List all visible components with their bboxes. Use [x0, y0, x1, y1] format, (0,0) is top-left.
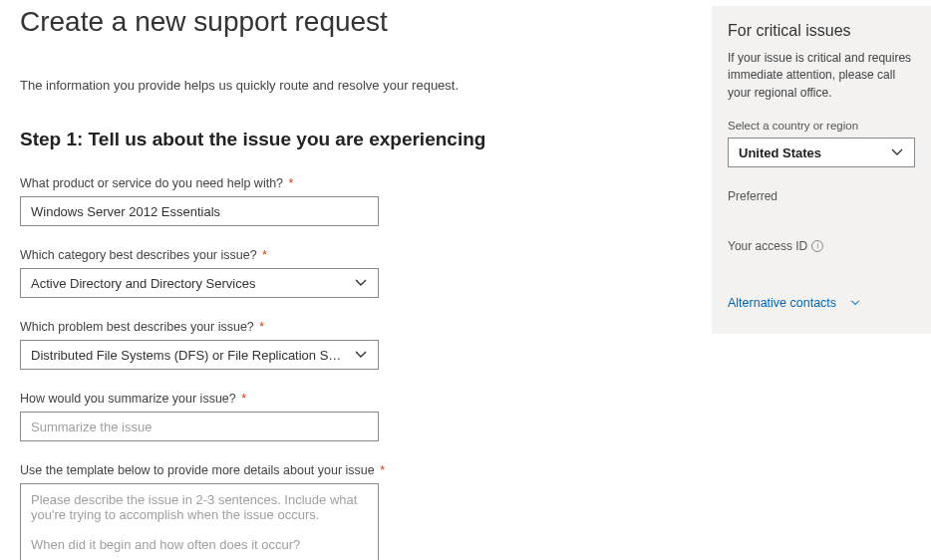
- main-content: Create a new support request The informa…: [0, 0, 712, 560]
- page-title: Create a new support request: [20, 6, 692, 38]
- chevron-down-icon: [354, 276, 368, 290]
- chevron-down-icon: [848, 296, 862, 310]
- problem-label-text: Which problem best describes your issue?: [20, 320, 254, 334]
- sidebar-title: For critical issues: [728, 22, 915, 40]
- info-icon[interactable]: i: [811, 240, 823, 252]
- summary-input[interactable]: [20, 412, 379, 441]
- product-input[interactable]: [20, 196, 379, 226]
- region-select[interactable]: United States: [728, 138, 915, 167]
- field-summary: How would you summarize your issue? *: [20, 392, 692, 441]
- required-marker: *: [262, 248, 267, 262]
- field-details: Use the template below to provide more d…: [20, 463, 692, 560]
- product-label: What product or service do you need help…: [20, 176, 692, 190]
- step-title: Step 1: Tell us about the issue you are …: [20, 129, 692, 150]
- chevron-down-icon: [354, 348, 368, 362]
- category-value: Active Directory and Directory Services: [31, 276, 346, 291]
- category-select[interactable]: Active Directory and Directory Services: [20, 268, 379, 298]
- details-label-text: Use the template below to provide more d…: [20, 463, 375, 477]
- summary-label: How would you summarize your issue? *: [20, 392, 692, 406]
- alt-link-text: Alternative contacts: [728, 296, 836, 310]
- preferred-label: Preferred: [728, 189, 915, 203]
- problem-select[interactable]: Distributed File Systems (DFS) or File R…: [20, 340, 379, 370]
- problem-value: Distributed File Systems (DFS) or File R…: [31, 348, 346, 363]
- problem-label: Which problem best describes your issue?…: [20, 320, 692, 334]
- category-label: Which category best describes your issue…: [20, 248, 692, 262]
- critical-issues-sidebar: For critical issues If your issue is cri…: [712, 6, 931, 334]
- required-marker: *: [380, 463, 385, 477]
- chevron-down-icon: [890, 145, 904, 159]
- intro-text: The information you provide helps us qui…: [20, 78, 692, 93]
- required-marker: *: [289, 176, 294, 190]
- required-marker: *: [259, 320, 264, 334]
- product-label-text: What product or service do you need help…: [20, 176, 283, 190]
- summary-label-text: How would you summarize your issue?: [20, 392, 236, 406]
- field-problem: Which problem best describes your issue?…: [20, 320, 692, 370]
- field-product: What product or service do you need help…: [20, 176, 692, 226]
- details-textarea[interactable]: Please describe the issue in 2-3 sentenc…: [20, 483, 379, 560]
- access-id-row: Your access ID i: [728, 239, 915, 253]
- required-marker: *: [241, 392, 246, 406]
- category-label-text: Which category best describes your issue…: [20, 248, 257, 262]
- details-label: Use the template below to provide more d…: [20, 463, 692, 477]
- sidebar-desc: If your issue is critical and requires i…: [728, 50, 915, 102]
- field-category: Which category best describes your issue…: [20, 248, 692, 298]
- region-label: Select a country or region: [728, 120, 915, 132]
- alternative-contacts-link[interactable]: Alternative contacts: [728, 296, 862, 310]
- access-id-label: Your access ID: [728, 239, 807, 253]
- region-value: United States: [739, 145, 821, 160]
